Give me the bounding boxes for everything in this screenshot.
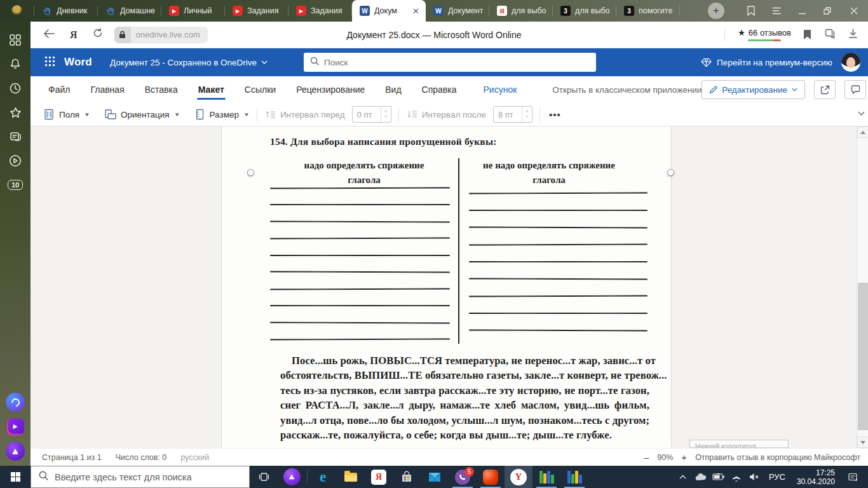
battery-icon[interactable] [710,473,727,480]
page-size-button[interactable]: Размер▼ [187,103,257,126]
collapse-ribbon-icon[interactable] [858,108,865,118]
image-selection-handle-right[interactable] [667,169,674,176]
download-icon[interactable] [848,29,858,41]
scroll-down-button[interactable] [857,437,868,448]
volume-muted-icon[interactable] [746,473,763,481]
page-count[interactable]: Страница 1 из 1 [42,453,102,462]
bookmark-icon[interactable] [804,30,811,39]
spacing-before-stepper[interactable]: 0 пт ˄˅ [352,106,391,123]
yandex-browser-icon[interactable]: Y [505,466,532,488]
file-explorer-icon[interactable] [337,466,365,488]
mail-icon[interactable] [421,466,449,488]
word-search-box[interactable] [304,53,596,72]
counter-badge[interactable]: 10 [4,173,27,197]
restore-button[interactable] [815,0,840,22]
office-icon[interactable] [477,466,505,488]
ribbon-tab-help[interactable]: Справка [419,76,459,103]
user-avatar[interactable] [841,53,860,72]
viber-icon[interactable]: 5 [449,466,477,488]
word-brand[interactable]: Word [64,56,92,69]
action-center-icon[interactable] [841,473,865,482]
image-selection-handle-left[interactable] [247,169,254,176]
task-view-icon[interactable] [250,466,278,488]
taskbar-search-box[interactable] [31,466,250,488]
tab-document-active[interactable]: W Докум ✕ [352,0,426,22]
yandex-button-icon[interactable]: Я [62,29,85,41]
more-commands-button[interactable]: ••• [540,109,570,120]
tab-zadaniya-2[interactable]: ▶ Задания [288,0,352,22]
language-indicator[interactable]: РУС [764,472,790,482]
share-button[interactable] [814,80,836,99]
alice-icon[interactable] [6,442,25,461]
ribbon-tab-references[interactable]: Ссылки [242,76,278,103]
ribbon-tab-picture[interactable]: Рисунок [481,76,520,103]
address-bar[interactable]: onedrive.live.com [114,27,208,43]
open-in-desktop-app-link[interactable]: Открыть в классическом приложении [552,85,702,95]
notifications-bell-icon[interactable] [4,52,27,76]
tray-expand-icon[interactable] [675,475,691,479]
services-grid-icon[interactable] [4,28,27,52]
microsoft-store-icon[interactable] [393,466,421,488]
editing-mode-button[interactable]: Редактирование [702,80,805,99]
ruled-line [469,278,648,280]
notes-feed-icon[interactable] [4,125,27,149]
close-tab-icon[interactable]: ✕ [411,6,421,16]
refresh-icon[interactable] [85,28,111,41]
tab-dnevnik[interactable]: Дневник [34,0,98,22]
document-title-menu[interactable]: Документ 25 - Сохранено в OneDrive [110,58,268,67]
collections-icon[interactable] [824,28,836,42]
site-reviews[interactable]: ★ 66 отзывов [724,28,791,41]
edge-icon[interactable]: e [309,466,337,488]
tab-lichnyi[interactable]: ▶ Личный [161,0,225,22]
comments-button[interactable] [844,80,866,99]
back-icon[interactable] [31,29,62,41]
margins-button[interactable]: Поля▼ [31,103,97,126]
ribbon-tab-file[interactable]: Файл [46,76,72,103]
search-input[interactable] [324,58,590,67]
tab-document-2[interactable]: W Документ [426,0,489,22]
word-count[interactable]: Число слов: 0 [116,453,167,462]
onedrive-cloud-icon[interactable] [693,473,709,481]
vertical-scrollbar[interactable] [857,126,868,448]
tab-domashne[interactable]: Домашне [98,0,161,22]
new-tab-button[interactable]: + [708,3,724,19]
history-clock-icon[interactable] [4,76,27,100]
zoom-in-button[interactable]: + [679,452,689,463]
go-premium-button[interactable]: Перейти на премиум-версию [701,58,832,67]
tab-pomogite[interactable]: 3 помогите [616,0,680,22]
app-launcher-waffle-icon[interactable] [31,56,64,69]
dictionary-app-icon[interactable] [532,466,560,488]
start-button[interactable] [0,466,31,488]
tab-dlya-vybo-1[interactable]: Я для выбо [489,0,553,22]
ribbon-tab-view[interactable]: Вид [383,76,403,103]
menu-icon[interactable] [764,0,789,22]
ribbon-tab-home[interactable]: Главная [88,76,126,103]
scroll-up-button[interactable] [857,126,868,138]
zoom-out-button[interactable]: – [642,452,651,463]
clock[interactable]: 17:25 30.04.2020 [792,468,840,486]
airplane-mode-icon[interactable] [728,473,745,482]
alice-assistant-icon[interactable] [278,466,306,488]
yandex-app-icon[interactable] [7,418,24,435]
spacing-after-stepper[interactable]: 8 пт ˄˅ [493,106,532,123]
tab-zadaniya-1[interactable]: ▶ Задания [225,0,288,22]
orientation-button[interactable]: Ориентация▼ [97,103,187,126]
feedback-link[interactable]: Отправить отзыв в корпорацию Майкрософт [695,453,860,462]
encyclopedia-app-icon[interactable] [560,466,588,488]
taskbar-search-input[interactable] [55,472,241,482]
ribbon-tab-insert[interactable]: Вставка [142,76,180,103]
pinned-tab-avatar[interactable] [0,0,34,22]
minimize-button[interactable] [789,0,815,22]
yandex-search-app-icon[interactable]: Я [365,466,393,488]
language-indicator[interactable]: русский [180,453,209,462]
tab-dlya-vybo-2[interactable]: 3 для выбо [553,0,616,22]
ribbon-tab-layout[interactable]: Макет [196,76,227,103]
scrollbar-thumb[interactable] [858,283,868,430]
bookmark-panel-icon[interactable] [738,0,764,22]
ribbon-tab-review[interactable]: Рецензирование [294,76,367,103]
close-window-button[interactable] [840,0,868,22]
document-page[interactable]: 154. Для выбора написания пропущенной бу… [221,126,672,448]
video-play-icon[interactable] [4,149,27,173]
messenger-icon[interactable] [6,393,25,412]
favorites-star-icon[interactable] [4,100,27,125]
